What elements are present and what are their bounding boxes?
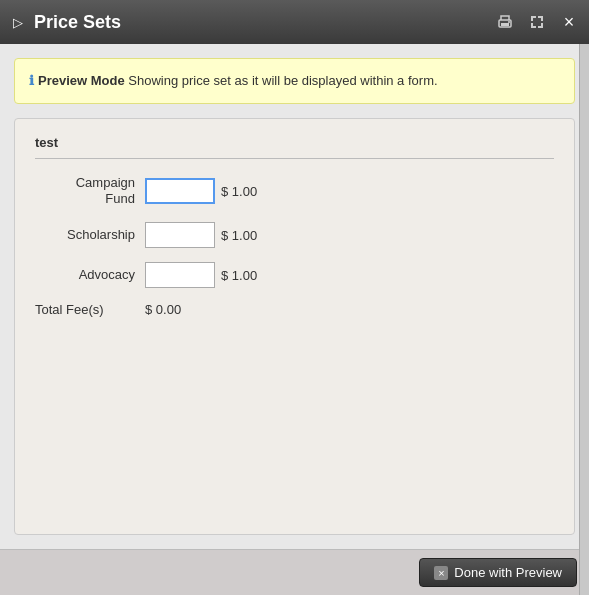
done-with-preview-button[interactable]: × Done with Preview — [419, 558, 577, 587]
page-title: Price Sets — [34, 12, 495, 33]
titlebar-icon: ▷ — [10, 14, 26, 30]
scholarship-currency: $ 1.00 — [221, 228, 257, 243]
titlebar-controls: × — [495, 12, 579, 32]
triangle-icon: ▷ — [13, 15, 23, 30]
form-row-campaign: CampaignFund $ 1.00 — [35, 175, 554, 209]
svg-point-2 — [508, 21, 510, 23]
form-panel: test CampaignFund $ 1.00 Scholarship $ 1… — [14, 118, 575, 536]
titlebar: ▷ Price Sets × — [0, 0, 589, 44]
scrollbar[interactable] — [579, 44, 589, 595]
scholarship-label: Scholarship — [35, 227, 135, 244]
print-button[interactable] — [495, 12, 515, 32]
preview-banner: ℹPreview Mode Showing price set as it wi… — [14, 58, 575, 104]
advocacy-currency: $ 1.00 — [221, 268, 257, 283]
form-section-title: test — [35, 135, 554, 159]
svg-rect-1 — [501, 23, 509, 26]
total-value: $ 0.00 — [145, 302, 181, 317]
campaign-fund-input[interactable] — [145, 178, 215, 204]
total-row: Total Fee(s) $ 0.00 — [35, 302, 554, 317]
scholarship-input[interactable] — [145, 222, 215, 248]
expand-button[interactable] — [527, 12, 547, 32]
form-row-scholarship: Scholarship $ 1.00 — [35, 222, 554, 248]
form-row-advocacy: Advocacy $ 1.00 — [35, 262, 554, 288]
done-button-label: Done with Preview — [454, 565, 562, 580]
content-area: ℹPreview Mode Showing price set as it wi… — [0, 44, 589, 549]
campaign-fund-currency: $ 1.00 — [221, 184, 257, 199]
total-label: Total Fee(s) — [35, 302, 135, 317]
advocacy-label: Advocacy — [35, 267, 135, 284]
footer: × Done with Preview — [0, 549, 589, 595]
close-button[interactable]: × — [559, 12, 579, 32]
campaign-fund-label: CampaignFund — [35, 175, 135, 209]
done-x-icon: × — [434, 566, 448, 580]
preview-description: Showing price set as it will be displaye… — [125, 73, 438, 88]
preview-mode-label: Preview Mode — [38, 73, 125, 88]
price-sets-window: ▷ Price Sets × — [0, 0, 589, 595]
advocacy-input[interactable] — [145, 262, 215, 288]
info-icon: ℹ — [29, 73, 34, 88]
